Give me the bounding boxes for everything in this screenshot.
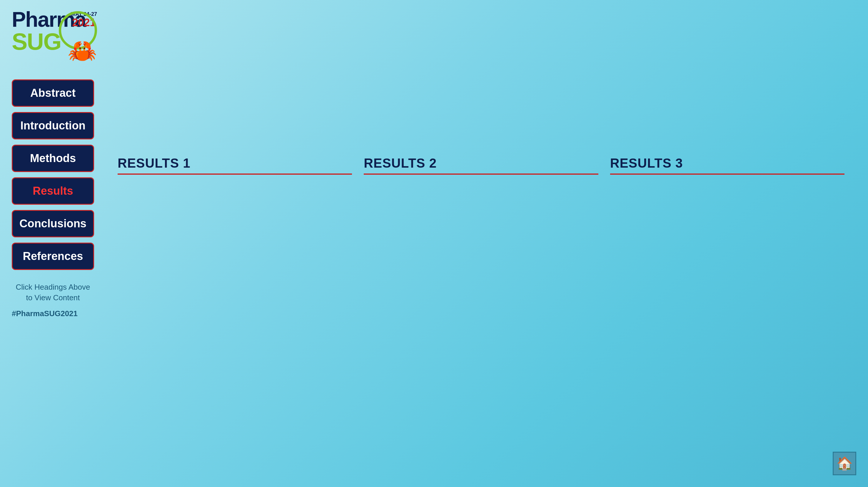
- nav-buttons: Abstract Introduction Methods Results Co…: [12, 80, 106, 270]
- results-column-3: RESULTS 3: [610, 156, 856, 181]
- home-button[interactable]: 🏠: [833, 452, 856, 475]
- hashtag: #PharmaSUG2021: [12, 309, 106, 318]
- crab-icon: 🦀: [68, 37, 97, 65]
- home-icon: 🏠: [837, 456, 853, 471]
- nav-button-abstract[interactable]: Abstract: [12, 80, 94, 107]
- logo: Pharma SUG MAY 24-27 2021 🦀: [12, 9, 100, 68]
- results-column-2: RESULTS 2: [364, 156, 610, 181]
- footer-instruction: Click Headings Above to View Content: [12, 282, 94, 303]
- nav-button-introduction[interactable]: Introduction: [12, 112, 94, 140]
- sidebar: Pharma SUG MAY 24-27 2021 🦀 Abstract Int…: [12, 9, 106, 318]
- logo-date: MAY 24-27 2021: [71, 11, 97, 28]
- results-heading-2: RESULTS 2: [364, 156, 598, 175]
- nav-button-references[interactable]: References: [12, 243, 94, 270]
- main-content: RESULTS 1 RESULTS 2 RESULTS 3: [118, 156, 856, 181]
- nav-button-conclusions[interactable]: Conclusions: [12, 210, 94, 237]
- nav-button-results[interactable]: Results: [12, 177, 94, 205]
- nav-button-methods[interactable]: Methods: [12, 145, 94, 172]
- results-heading-1: RESULTS 1: [118, 156, 352, 175]
- results-column-1: RESULTS 1: [118, 156, 364, 181]
- results-heading-3: RESULTS 3: [610, 156, 844, 175]
